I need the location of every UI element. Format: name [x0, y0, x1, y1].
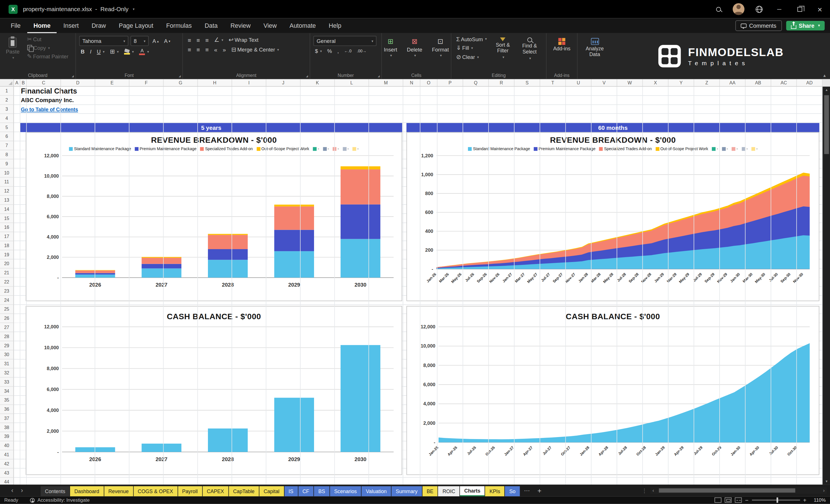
sheet-tab-contents[interactable]: Contents — [41, 486, 69, 497]
row-header-35[interactable]: 35 — [0, 396, 13, 405]
row-header-20[interactable]: 20 — [0, 259, 13, 269]
ribbon-tab-file[interactable]: File — [4, 18, 27, 33]
more-sheets-button[interactable]: ⋯ — [520, 487, 534, 494]
column-header-i[interactable]: I — [232, 79, 266, 86]
fill-button[interactable]: ⇓Fill▾ — [454, 44, 488, 52]
horizontal-scroll-thumb[interactable] — [659, 488, 795, 493]
ribbon-tab-help[interactable]: Help — [322, 18, 348, 33]
title-dropdown-chevron[interactable]: ▾ — [133, 7, 134, 11]
sheet-tab-cf[interactable]: CF — [298, 486, 314, 497]
sheet-tab-dashboard[interactable]: Dashboard — [70, 486, 103, 497]
normal-view-button[interactable] — [714, 497, 721, 503]
collapse-ribbon-button[interactable]: ▴ — [823, 73, 826, 78]
column-header-t[interactable]: T — [540, 79, 566, 86]
column-header-b[interactable]: B — [20, 79, 27, 86]
vertical-scroll-thumb[interactable] — [824, 95, 829, 154]
row-header-1[interactable]: 1 — [0, 87, 13, 96]
column-header-a[interactable]: A — [14, 79, 20, 86]
row-header-4[interactable]: 4 — [0, 114, 13, 123]
italic-button[interactable]: I — [88, 48, 93, 55]
column-header-z[interactable]: Z — [694, 79, 720, 86]
account-button[interactable] — [729, 0, 749, 18]
number-dialog-launcher[interactable]: ◢ — [378, 74, 380, 77]
sheet-tab-be[interactable]: BE — [422, 486, 438, 497]
insert-cells-button[interactable]: ⊞Insert▾ — [380, 35, 401, 58]
column-header-h[interactable]: H — [198, 79, 232, 86]
new-sheet-button[interactable]: + — [534, 486, 545, 495]
row-header-44[interactable]: 44 — [0, 478, 13, 484]
analyze-data-button[interactable]: Analyze Data — [582, 36, 607, 58]
add-ins-button[interactable]: Add-ins — [549, 36, 574, 52]
zoom-in-button[interactable]: + — [803, 497, 806, 503]
chart-revenue-breakdown-monthly[interactable]: REVENUE BREAKDOWN - $'000 Standard Maint… — [407, 132, 820, 301]
share-button[interactable]: Share ▾ — [786, 21, 825, 31]
cell-financial-charts[interactable]: Financial Charts — [21, 87, 77, 96]
column-header-d[interactable]: D — [61, 79, 95, 86]
comma-format-button[interactable]: , — [336, 48, 340, 54]
autosum-button[interactable]: ΣAutoSum▾ — [454, 35, 488, 43]
accessibility-status[interactable]: Accessibility: Investigate — [37, 497, 90, 503]
ribbon-tab-formulas[interactable]: Formulas — [160, 18, 198, 33]
row-header-31[interactable]: 31 — [0, 359, 13, 369]
sheet-tab-bs[interactable]: BS — [314, 486, 329, 497]
column-header-o[interactable]: O — [420, 79, 438, 86]
delete-cells-button[interactable]: ⊠Delete▾ — [403, 35, 426, 58]
row-header-7[interactable]: 7 — [0, 141, 13, 151]
search-button[interactable] — [708, 0, 729, 18]
cell-company-name[interactable]: ABC Company Inc. — [21, 96, 74, 105]
fill-color-button[interactable]: ▾ — [122, 48, 135, 55]
find-select-button[interactable]: Find & Select▾ — [517, 35, 542, 60]
minimize-button[interactable]: ─ — [769, 0, 789, 18]
zoom-slider-thumb[interactable] — [777, 497, 778, 503]
sheet-tab-scenarios[interactable]: Scenarios — [330, 486, 361, 497]
orientation-button[interactable]: ∠▾ — [213, 36, 225, 44]
percent-format-button[interactable]: % — [325, 48, 333, 54]
row-header-38[interactable]: 38 — [0, 423, 13, 432]
sheet-tab-payroll[interactable]: Payroll — [178, 486, 202, 497]
sheet-tab-summary[interactable]: Summary — [391, 486, 422, 497]
sheet-tab-captable[interactable]: CapTable — [229, 486, 259, 497]
copy-button[interactable]: Copy▾ — [26, 44, 70, 51]
column-header-p[interactable]: P — [438, 79, 463, 86]
row-header-36[interactable]: 36 — [0, 405, 13, 414]
row-header-40[interactable]: 40 — [0, 441, 13, 450]
column-header-c[interactable]: C — [27, 79, 61, 86]
column-header-q[interactable]: Q — [463, 79, 489, 86]
ribbon-tab-data[interactable]: Data — [198, 18, 224, 33]
ribbon-tab-review[interactable]: Review — [224, 18, 257, 33]
align-middle-button[interactable]: ≡ — [195, 36, 201, 43]
clipboard-dialog-launcher[interactable]: ◢ — [72, 74, 74, 77]
borders-button[interactable]: ⊞▾ — [108, 48, 120, 56]
row-header-16[interactable]: 16 — [0, 223, 13, 232]
increase-font-button[interactable]: A▴ — [151, 37, 160, 44]
cut-button[interactable]: ✂Cut — [26, 35, 70, 43]
row-header-29[interactable]: 29 — [0, 341, 13, 350]
sheet-tab-revenue[interactable]: Revenue — [104, 486, 133, 497]
row-header-2[interactable]: 2 — [0, 96, 13, 105]
format-cells-button[interactable]: ⊡Format▾ — [428, 35, 452, 58]
row-header-5[interactable]: 5 — [0, 123, 13, 132]
comments-button[interactable]: Comments — [735, 20, 782, 31]
row-header-43[interactable]: 43 — [0, 469, 13, 478]
currency-format-button[interactable]: $▾ — [314, 48, 323, 54]
sheet-nav-left-icon[interactable]: ‹ — [7, 487, 17, 494]
tab-options-dots[interactable]: ⋮ — [639, 487, 650, 494]
column-header-e[interactable]: E — [95, 79, 130, 86]
cell-grid[interactable]: Financial Charts ABC Company Inc. Go to … — [14, 87, 823, 484]
chart-revenue-breakdown-annual[interactable]: REVENUE BREAKDOWN - $'000 Standard Maint… — [26, 132, 402, 301]
close-button[interactable]: × — [810, 0, 830, 18]
alignment-dialog-launcher[interactable]: ◢ — [306, 74, 308, 77]
column-header-l[interactable]: L — [335, 79, 369, 86]
align-right-button[interactable]: ≡ — [204, 46, 210, 53]
vertical-scrollbar[interactable]: ▴ ▾ — [823, 87, 830, 484]
page-break-view-button[interactable] — [735, 497, 742, 503]
horizontal-scrollbar[interactable]: ‹ › — [650, 487, 827, 494]
row-header-14[interactable]: 14 — [0, 205, 13, 214]
sheet-nav-right-icon[interactable]: › — [17, 487, 27, 494]
column-header-f[interactable]: F — [130, 79, 164, 86]
sheet-tab-kpis[interactable]: KPIs — [485, 486, 504, 497]
align-center-button[interactable]: ≡ — [195, 46, 201, 53]
row-header-37[interactable]: 37 — [0, 414, 13, 423]
increase-indent-button[interactable]: » — [221, 46, 228, 53]
column-header-r[interactable]: R — [489, 79, 514, 86]
